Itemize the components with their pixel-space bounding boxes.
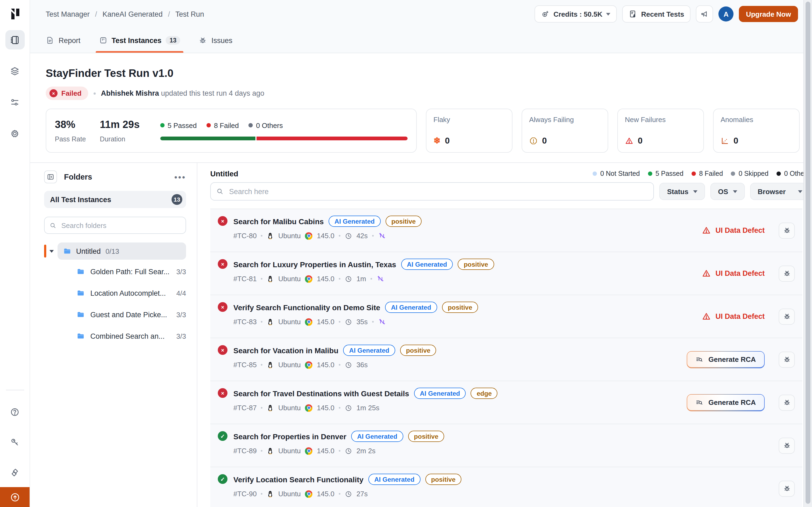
folder-count: 3/3 [176,268,186,276]
app-logo-icon[interactable] [8,6,22,20]
test-row[interactable]: Verify Location Search Functionality AI … [210,467,802,507]
browser-filter[interactable]: Browser [750,183,810,200]
all-test-instances-item[interactable]: All Test Instances 13 [44,191,186,208]
integrations-icon[interactable] [5,462,24,482]
status-filter[interactable]: Status [659,183,705,200]
duration-label: Duration [100,135,140,143]
announcements-icon[interactable] [696,5,713,22]
scrollbar-thumb[interactable] [805,2,810,504]
report-bug-button[interactable] [779,351,795,368]
test-row[interactable]: Search for Malibu Cabins AI Generated po… [210,209,802,252]
collapse-panel-icon[interactable] [44,170,57,183]
credits-button[interactable]: Credits : 50.5K [535,5,617,22]
generate-rca-button[interactable]: Generate RCA [687,351,765,368]
report-bug-button[interactable] [779,437,795,453]
folder-icon [76,310,85,319]
breadcrumb-kaneai-generated[interactable]: KaneAI Generated [102,10,163,18]
report-bug-button[interactable] [779,394,795,410]
report-bug-button[interactable] [779,481,795,497]
new-failures-value: 0 [638,136,643,146]
page-scrollbar[interactable] [803,0,812,507]
ubuntu-linux-icon [267,447,274,455]
tab-issues[interactable]: Issues [199,28,232,53]
generate-rca-button[interactable]: Generate RCA [687,394,765,411]
browser-version: 145.0 [317,490,334,498]
folder-item-combined-search[interactable]: Combined Search an... 3/3 [44,326,186,346]
test-title: Verify Location Search Functionality [233,475,364,484]
run-summary-card: 38% Pass Rate 11m 29s Duration 5 Passed … [46,109,417,153]
recent-tests-button[interactable]: Recent Tests [622,5,691,22]
status-legend: 0 Not Started 5 Passed 8 Failed 0 Skippe… [593,170,810,177]
os-label: Ubuntu [278,275,301,283]
test-row[interactable]: Search for Vacation in Malibu AI Generat… [210,338,802,381]
legend-passed: 5 Passed [160,121,197,129]
folder-icon [76,289,85,297]
run-updated-text: updated this test run 4 days ago [161,89,264,97]
list-search[interactable] [210,182,654,201]
settings-nav-icon[interactable] [5,124,24,143]
test-row[interactable]: Search for Properties in Denver AI Gener… [210,424,802,467]
os-label: Ubuntu [278,318,301,326]
legend-skipped: 0 Skipped [731,170,768,177]
folder-tree: Untitled 0/13 Golden Path: Full Sear... … [44,242,186,346]
run-author: Abhishek Mishra [101,89,159,97]
search-icon [50,222,56,229]
test-row[interactable]: Verify Search Functionality on Demo Site… [210,295,802,338]
progress-passed [160,136,255,140]
tab-test-instances[interactable]: Test Instances 13 [99,28,180,53]
breadcrumb-test-manager[interactable]: Test Manager [46,10,90,18]
folders-menu-icon[interactable] [174,172,186,181]
tab-report[interactable]: Report [46,28,80,53]
test-row[interactable]: Search for Luxury Properties in Austin, … [210,252,802,295]
folder-search[interactable] [44,217,186,234]
new-failures-card: New Failures 0 [617,109,704,153]
test-id: #TC-87 [233,404,257,412]
breadcrumb-separator: / [95,10,97,18]
kaneai-icon [378,232,386,240]
ubuntu-linux-icon [267,404,274,411]
breadcrumb-test-run[interactable]: Test Run [175,10,204,18]
kaneai-icon [376,275,384,283]
test-manager-nav-icon[interactable] [5,30,24,50]
new-failures-label: New Failures [625,116,696,124]
warning-triangle-icon [702,269,711,278]
ai-generated-badge: AI Generated [368,474,420,485]
help-icon[interactable] [5,402,24,421]
folder-root-untitled[interactable]: Untitled 0/13 [44,242,186,260]
duration-label: 2m 2s [357,447,376,455]
ubuntu-linux-icon [267,361,274,369]
list-search-input[interactable] [228,187,648,196]
upgrade-rail-button[interactable] [0,487,30,507]
legend-others: 0 Others [249,121,283,129]
rca-search-icon [696,355,704,363]
upgrade-now-button[interactable]: Upgrade Now [739,6,798,22]
caret-down-icon[interactable] [49,250,54,252]
failed-status-icon [218,216,227,226]
tag-badge: positive [400,345,436,356]
layers-nav-icon[interactable] [5,61,24,81]
ubuntu-linux-icon [267,232,274,239]
test-row[interactable]: Search for Travel Destinations with Gues… [210,381,802,424]
folder-item-guest-and-date[interactable]: Guest and Date Picke... 3/3 [44,305,186,324]
ui-data-defect-label: UI Data Defect [702,269,765,278]
report-bug-button[interactable] [779,222,795,238]
flow-settings-nav-icon[interactable] [5,93,24,112]
report-bug-button[interactable] [779,265,795,281]
passed-status-icon [218,431,227,441]
user-avatar[interactable]: A [718,6,734,21]
always-failing-label: Always Failing [529,116,601,124]
os-label: Ubuntu [278,447,301,455]
folder-item-location-autocomplete[interactable]: Location Autocomplet... 4/4 [44,283,186,303]
ai-generated-badge: AI Generated [329,216,380,227]
key-icon[interactable] [5,432,24,452]
folder-item-golden-path[interactable]: Golden Path: Full Sear... 3/3 [44,262,186,281]
os-filter[interactable]: OS [710,183,745,200]
clock-icon [345,404,352,411]
report-bug-button[interactable] [779,308,795,325]
browser-version: 145.0 [317,275,334,283]
run-status-badge: Failed [46,87,88,100]
run-status-label: Failed [61,89,82,97]
folder-search-input[interactable] [60,221,181,230]
os-label: Ubuntu [278,404,301,412]
folders-panel: Folders All Test Instances 13 [30,163,197,507]
